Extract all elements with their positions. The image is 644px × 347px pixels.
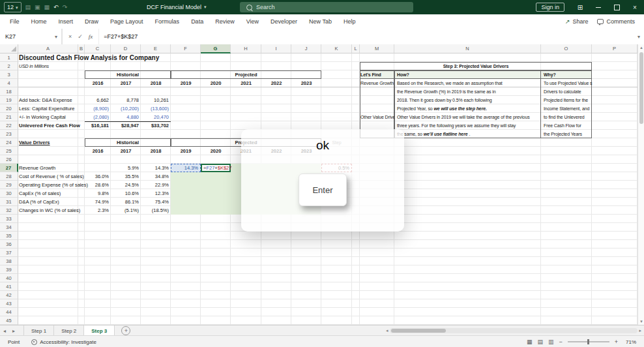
cell-A21[interactable]: +/- in Working Capital	[18, 113, 78, 121]
cell-C32[interactable]: 2.3%	[85, 206, 111, 215]
sheet-nav-right-icon[interactable]: ▸	[9, 328, 18, 334]
column-header-P[interactable]: P	[592, 44, 637, 53]
scroll-right-icon[interactable]: ▸	[639, 328, 641, 333]
row-header-32[interactable]: 32	[0, 206, 18, 215]
cell-A32[interactable]: Changes in WC (% of sales)	[18, 206, 78, 215]
row-header-43[interactable]: 43	[0, 299, 18, 308]
formula-input[interactable]: =F27+$K$27	[99, 33, 138, 40]
cell-H4[interactable]: 2021	[231, 79, 261, 87]
row-header-40[interactable]: 40	[0, 274, 18, 282]
cell-I4[interactable]: 2022	[261, 79, 291, 87]
cell-C24[interactable]: Historical	[85, 138, 171, 147]
cell-D27[interactable]: 5.9%	[111, 164, 141, 172]
cell-D21[interactable]: 4,880	[111, 113, 141, 121]
cell-E29[interactable]: 22.9%	[141, 181, 171, 189]
row-header-34[interactable]: 34	[0, 223, 18, 232]
cell-C21[interactable]: (2,080)	[85, 113, 111, 121]
page-break-view-icon[interactable]: ▥	[548, 339, 554, 345]
scroll-up-icon[interactable]: ▲	[638, 44, 644, 51]
cell-G25[interactable]: 2020	[201, 147, 231, 155]
horizontal-scroll-thumb[interactable]	[391, 329, 446, 333]
qat-value-box[interactable]: 12 ▾	[4, 2, 22, 12]
qat-chart-icon[interactable]: ▦	[44, 4, 50, 10]
sign-in-button[interactable]: Sign in	[536, 3, 564, 12]
cell-D25[interactable]: 2017	[111, 147, 141, 155]
horizontal-scrollbar[interactable]: ◂ ▸	[386, 327, 641, 334]
row-header-33[interactable]: 33	[0, 215, 18, 223]
accessibility-status[interactable]: Accessibility: Investigate	[31, 339, 96, 345]
cell-C19[interactable]: 6,662	[85, 96, 111, 104]
cell-C30[interactable]: 9.8%	[85, 189, 111, 198]
cell-O20[interactable]: Income Statement, and	[541, 104, 592, 113]
undo-icon[interactable]: ↶	[53, 4, 59, 10]
cell-N21[interactable]: Other Value Drivers in 2019 we will take…	[394, 113, 541, 121]
vertical-scrollbar[interactable]: ▲ ▼	[637, 44, 644, 325]
sheet-tab-step-2[interactable]: Step 2	[54, 325, 84, 336]
row-header-35[interactable]: 35	[0, 232, 18, 240]
column-header-E[interactable]: E	[141, 44, 171, 53]
column-header-N[interactable]: N	[394, 44, 541, 53]
row-header-22[interactable]: 22	[0, 121, 18, 130]
column-header-G[interactable]: G	[201, 44, 231, 53]
cell-N4[interactable]: Based on the Research, we made an assump…	[394, 79, 541, 87]
row-header-39[interactable]: 39	[0, 265, 18, 274]
cell-E21[interactable]: 20,470	[141, 113, 171, 121]
column-header-I[interactable]: I	[261, 44, 291, 53]
row-header-27[interactable]: 27	[0, 164, 18, 172]
column-header-D[interactable]: D	[111, 44, 141, 53]
horizontal-scroll-track[interactable]	[390, 328, 638, 333]
cell-A1[interactable]: Discounted Cash Flow Analysis for Compan…	[18, 53, 78, 62]
vertical-scroll-thumb[interactable]	[639, 52, 643, 124]
row-header-37[interactable]: 37	[0, 249, 18, 257]
cell-C22[interactable]: $16,181	[85, 121, 111, 130]
cell-E20[interactable]: (13,600)	[141, 104, 171, 113]
redo-icon[interactable]: ↷	[63, 4, 68, 10]
cell-D29[interactable]: 24.5%	[111, 181, 141, 189]
cell-E32[interactable]: (18.5%)	[141, 206, 171, 215]
normal-view-icon[interactable]: ▦	[527, 339, 533, 345]
cell-N23[interactable]: the same, so we'll use flatline here .	[394, 130, 541, 138]
row-header-3[interactable]: 3	[0, 70, 18, 79]
cancel-icon[interactable]: ×	[68, 33, 72, 40]
cell-O19[interactable]: Projected Items for the	[541, 96, 592, 104]
column-header-C[interactable]: C	[85, 44, 111, 53]
cell-A28[interactable]: Cost of Revenue ( % of sales)	[18, 172, 78, 181]
row-header-4[interactable]: 4	[0, 79, 18, 87]
cell-A24[interactable]: Value Drivers	[18, 138, 78, 147]
cell-C3[interactable]: Historical	[85, 70, 171, 79]
formula-bar-expand-icon[interactable]: ▾	[637, 34, 640, 40]
cell-A2[interactable]: USD in Millions	[18, 62, 78, 70]
select-all-corner[interactable]	[0, 44, 18, 53]
row-header-2[interactable]: 2	[0, 62, 18, 70]
cell-D28[interactable]: 35.5%	[111, 172, 141, 181]
row-header-42[interactable]: 42	[0, 291, 18, 299]
cell-E30[interactable]: 12.3%	[141, 189, 171, 198]
cell-E27[interactable]: 14.3%	[141, 164, 171, 172]
sheet-tab-step-1[interactable]: Step 1	[23, 325, 54, 336]
zoom-out-icon[interactable]: −	[559, 339, 562, 345]
cell-O18[interactable]: Drivers to calculate	[541, 87, 592, 96]
cell-M4[interactable]: Revenue Growth	[360, 79, 394, 87]
cell-F25[interactable]: 2019	[171, 147, 201, 155]
cell-C28[interactable]: 36.0%	[85, 172, 111, 181]
new-sheet-button[interactable]: +	[121, 326, 130, 335]
row-header-36[interactable]: 36	[0, 240, 18, 249]
zoom-in-icon[interactable]: +	[615, 339, 618, 345]
cell-E4[interactable]: 2018	[141, 79, 171, 87]
column-header-K[interactable]: K	[321, 44, 352, 53]
ribbon-tab-view[interactable]: View	[241, 15, 265, 29]
cell-D31[interactable]: 86.1%	[111, 198, 141, 206]
cell-J4[interactable]: 2023	[291, 79, 321, 87]
zoom-slider-thumb[interactable]	[587, 339, 589, 344]
column-header-H[interactable]: H	[231, 44, 261, 53]
scroll-left-icon[interactable]: ◂	[386, 328, 388, 333]
ribbon-tab-file[interactable]: File	[4, 15, 25, 29]
ribbon-tab-help[interactable]: Help	[338, 15, 362, 29]
cell-F27[interactable]: 14.3%	[171, 164, 201, 172]
row-header-45[interactable]: 45	[0, 316, 18, 325]
row-header-30[interactable]: 30	[0, 189, 18, 198]
cell-C20[interactable]: (8,900)	[85, 104, 111, 113]
ribbon-tab-review[interactable]: Review	[209, 15, 241, 29]
cell-D30[interactable]: 10.6%	[111, 189, 141, 198]
page-layout-view-icon[interactable]: ▤	[537, 339, 543, 345]
